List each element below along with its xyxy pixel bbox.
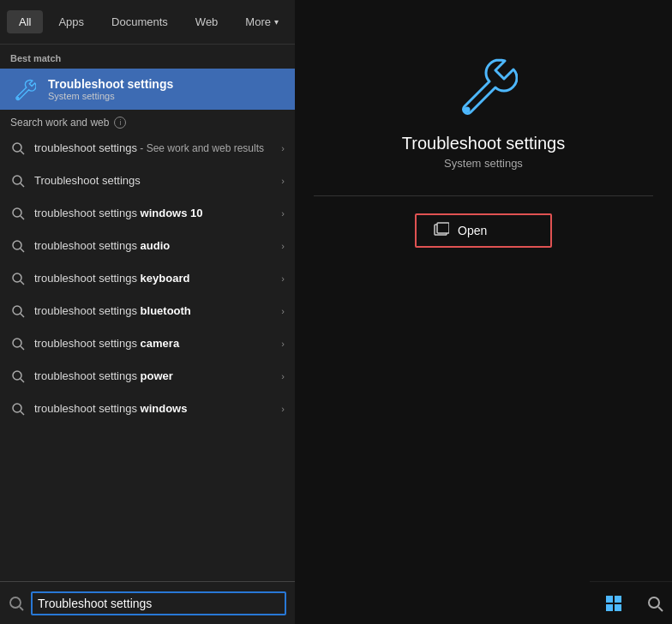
search-icon-2 (10, 206, 26, 221)
svg-point-5 (13, 208, 21, 217)
result-text-3: troubleshoot settings audio (34, 239, 273, 254)
svg-point-21 (465, 107, 471, 113)
chevron-right-icon-8: › (281, 404, 285, 414)
search-icon-8 (10, 401, 26, 417)
troubleshoot-icon (10, 75, 38, 103)
result-text-7: troubleshoot settings power (34, 369, 273, 384)
web-section-label: Search work and web i (0, 110, 295, 132)
svg-line-18 (21, 411, 24, 415)
svg-line-14 (21, 346, 24, 350)
taskbar-search-icon[interactable] (639, 588, 670, 619)
search-icon-5 (10, 303, 26, 319)
svg-point-1 (13, 143, 21, 152)
taskbar-windows-icon[interactable] (598, 588, 629, 619)
best-match-title: Troubleshoot settings (48, 77, 173, 91)
chevron-right-icon-7: › (281, 371, 285, 381)
open-button[interactable]: Open (415, 213, 552, 248)
svg-rect-23 (437, 223, 449, 233)
svg-line-6 (21, 216, 24, 219)
svg-rect-25 (615, 596, 621, 603)
taskbar (590, 581, 672, 624)
best-match-item[interactable]: Troubleshoot settings System settings (0, 69, 295, 110)
result-item-3[interactable]: troubleshoot settings audio › (0, 230, 295, 262)
result-item-7[interactable]: troubleshoot settings power › (0, 360, 295, 393)
result-text-1: Troubleshoot settings (34, 174, 273, 189)
right-divider (314, 195, 653, 196)
search-icon-3 (10, 238, 26, 254)
result-text-0: troubleshoot settings - See work and web… (34, 141, 273, 156)
chevron-right-icon-1: › (281, 176, 285, 186)
right-subtitle: System settings (444, 157, 523, 170)
result-item-6[interactable]: troubleshoot settings camera › (0, 327, 295, 360)
svg-point-19 (10, 597, 21, 608)
open-label: Open (458, 224, 487, 237)
svg-point-0 (17, 97, 20, 99)
search-icon-7 (10, 369, 26, 384)
svg-point-7 (13, 241, 21, 249)
chevron-right-icon-2: › (281, 208, 285, 219)
chevron-down-icon: ▾ (274, 17, 279, 27)
right-title: Troubleshoot settings (402, 134, 565, 153)
svg-line-12 (21, 314, 24, 317)
svg-line-4 (21, 183, 24, 187)
result-text-8: troubleshoot settings windows (34, 402, 273, 417)
svg-point-9 (13, 273, 21, 282)
chevron-right-icon-5: › (281, 306, 285, 316)
search-icon-6 (10, 336, 26, 351)
result-text-4: troubleshoot settings keyboard (34, 272, 273, 286)
search-bar (0, 581, 295, 624)
best-match-subtitle: System settings (48, 91, 173, 101)
svg-line-8 (21, 249, 24, 252)
result-item-2[interactable]: troubleshoot settings windows 10 › (0, 197, 295, 230)
result-item-5[interactable]: troubleshoot settings bluetooth › (0, 295, 295, 327)
tab-all[interactable]: All (7, 10, 43, 33)
tab-more[interactable]: More ▾ (233, 10, 291, 33)
tab-apps[interactable]: Apps (46, 10, 96, 33)
results-list: troubleshoot settings - See work and web… (0, 132, 295, 425)
nav-tabs: All Apps Documents Web More ▾ A ⊞ ··· (0, 0, 295, 45)
search-input[interactable] (31, 591, 286, 615)
chevron-right-icon-3: › (281, 241, 285, 251)
search-icon-0 (10, 141, 26, 156)
search-icon-4 (10, 271, 26, 286)
svg-rect-24 (606, 596, 613, 603)
right-wrench-icon (449, 51, 518, 120)
svg-point-11 (13, 306, 21, 315)
svg-line-29 (658, 607, 663, 611)
svg-line-10 (21, 281, 24, 285)
left-panel: All Apps Documents Web More ▾ A ⊞ ··· Be… (0, 0, 295, 624)
result-text-6: troubleshoot settings camera (34, 337, 273, 351)
svg-point-15 (13, 371, 21, 380)
svg-point-17 (13, 404, 21, 412)
tab-documents[interactable]: Documents (99, 10, 180, 33)
result-text-5: troubleshoot settings bluetooth (34, 304, 273, 319)
svg-line-16 (21, 379, 24, 382)
open-window-icon (434, 222, 449, 239)
result-text-2: troubleshoot settings windows 10 (34, 207, 273, 221)
result-item-1[interactable]: Troubleshoot settings › (0, 165, 295, 197)
best-match-text: Troubleshoot settings System settings (48, 77, 173, 101)
svg-rect-27 (615, 604, 621, 611)
svg-point-13 (13, 339, 21, 347)
svg-rect-26 (606, 604, 613, 611)
chevron-right-icon-0: › (281, 143, 285, 153)
result-item-0[interactable]: troubleshoot settings - See work and web… (0, 132, 295, 165)
svg-point-28 (649, 597, 659, 608)
info-icon[interactable]: i (114, 117, 126, 129)
right-content: Troubleshoot settings System settings Op… (295, 0, 672, 248)
svg-line-20 (20, 607, 23, 610)
chevron-right-icon-6: › (281, 339, 285, 349)
search-icon-1 (10, 173, 26, 189)
search-bar-icon (9, 596, 24, 611)
chevron-right-icon-4: › (281, 273, 285, 284)
result-item-8[interactable]: troubleshoot settings windows › (0, 393, 295, 425)
result-item-4[interactable]: troubleshoot settings keyboard › (0, 262, 295, 295)
right-panel: Troubleshoot settings System settings Op… (295, 0, 672, 624)
svg-point-3 (13, 176, 21, 184)
tab-web[interactable]: Web (183, 10, 231, 33)
best-match-label: Best match (0, 45, 295, 69)
svg-line-2 (21, 151, 24, 154)
